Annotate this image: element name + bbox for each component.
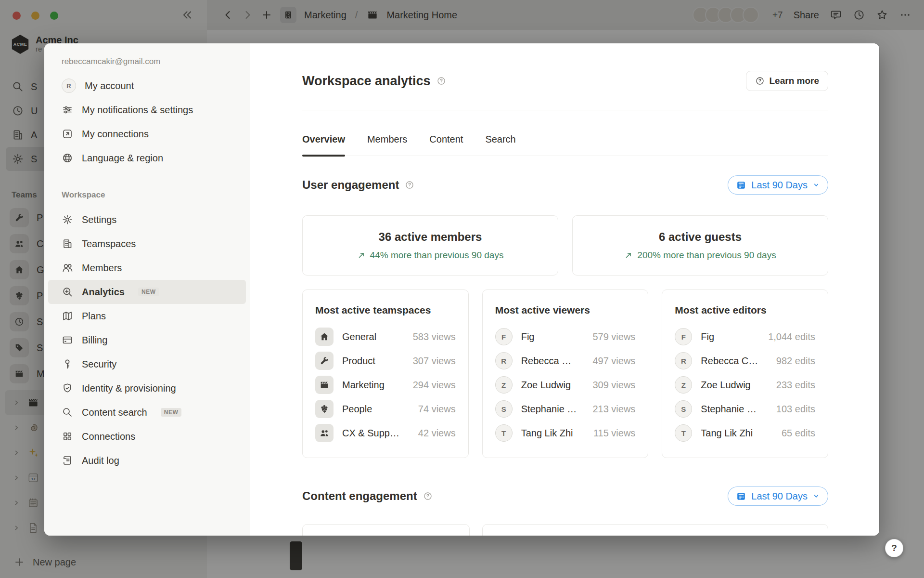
edit-count: 982 edits [776, 355, 815, 367]
list-item[interactable]: S Stephanie … 103 edits [675, 397, 815, 421]
trend-up-icon [624, 251, 633, 260]
date-range-selector[interactable]: Last 90 Days [728, 486, 828, 506]
stat-cards: 36 active members 44% more than previous… [302, 215, 828, 276]
tab-overview[interactable]: Overview [302, 134, 345, 156]
user-avatar: R [62, 79, 76, 93]
notion-window: ACME Acme Inc re S U A S Te [0, 0, 924, 578]
section-title-user-engagement: User engagement [302, 178, 399, 192]
avatar: Z [495, 376, 513, 394]
scroll-icon [62, 455, 73, 466]
avatar: T [495, 424, 513, 442]
settings-item-my-connections[interactable]: My connections [48, 122, 246, 146]
trend-up-icon [357, 251, 366, 260]
workspace-section: Settings Teamspaces Members Analytics NE… [44, 208, 250, 473]
teamspace-name: Marketing [342, 380, 404, 391]
learn-more-button[interactable]: Learn more [746, 71, 828, 91]
avatar: F [675, 328, 692, 345]
list-item[interactable]: F Fig 1,044 edits [675, 325, 815, 349]
most-active-viewers-card: Most active viewers F Fig 579 views R Re… [482, 289, 649, 458]
map-icon [62, 310, 73, 322]
sliders-icon [62, 104, 73, 116]
settings-item-members[interactable]: Members [48, 256, 246, 280]
view-count: 583 views [413, 331, 456, 342]
user-name: Stephanie … [701, 404, 768, 415]
user-name: Rebecca C… [701, 355, 768, 367]
list-item[interactable]: Marketing 294 views [315, 373, 456, 397]
content-engagement-cards [302, 524, 828, 536]
stat-delta-text: 200% more than previous 90 days [637, 250, 776, 261]
settings-item-settings[interactable]: Settings [48, 208, 246, 232]
list-item[interactable]: Product 307 views [315, 349, 456, 373]
credit-card-icon [62, 334, 73, 346]
avatar: R [495, 352, 513, 369]
user-name: Stephanie … [521, 404, 584, 415]
list-item[interactable]: People 74 views [315, 397, 456, 421]
people-icon [315, 424, 334, 442]
settings-item-connections[interactable]: Connections [48, 424, 246, 448]
user-name: Fig [701, 331, 759, 342]
settings-item-plans[interactable]: Plans [48, 304, 246, 328]
help-button[interactable]: ? [885, 539, 903, 557]
view-count: 115 views [593, 428, 635, 439]
settings-item-analytics[interactable]: Analytics NEW [48, 280, 246, 304]
teamspace-name: Product [342, 355, 404, 367]
list-item[interactable]: R Rebecca C… 982 edits [675, 349, 815, 373]
settings-item-identity[interactable]: Identity & provisioning [48, 376, 246, 400]
user-name: Rebecca … [521, 355, 584, 367]
wrench-icon [315, 352, 334, 370]
shield-check-icon [62, 382, 73, 394]
house-icon [315, 328, 334, 346]
list-item[interactable]: Z Zoe Ludwig 233 edits [675, 373, 815, 397]
key-icon [62, 358, 73, 370]
avatar: F [495, 328, 513, 345]
stat-headline: 6 active guests [659, 230, 742, 244]
view-count: 213 views [592, 404, 635, 415]
clapper-icon [315, 376, 334, 394]
settings-item-teamspaces[interactable]: Teamspaces [48, 232, 246, 256]
list-item[interactable]: R Rebecca … 497 views [495, 349, 636, 373]
list-item[interactable]: S Stephanie … 213 views [495, 397, 636, 421]
list-item[interactable]: T Tang Lik Zhi 115 views [495, 421, 636, 445]
help-question-icon[interactable] [423, 491, 433, 501]
list-item[interactable]: General 583 views [315, 325, 456, 349]
view-count: 307 views [413, 355, 456, 367]
teamspace-name: People [342, 404, 410, 415]
new-badge: NEW [161, 408, 182, 417]
tab-content[interactable]: Content [429, 134, 463, 156]
settings-item-content-search[interactable]: Content search NEW [48, 400, 246, 424]
analytics-magnifier-icon [62, 286, 73, 298]
settings-modal: rebeccamcakir@gmail.com R My account My … [44, 43, 879, 536]
people-icon [62, 262, 73, 274]
settings-item-security[interactable]: Security [48, 352, 246, 376]
grid-icon [62, 431, 73, 442]
card-title: Most active editors [675, 304, 815, 316]
globe-icon [62, 152, 73, 164]
help-question-icon[interactable] [436, 76, 446, 86]
user-name: Zoe Ludwig [701, 380, 768, 391]
new-badge: NEW [138, 288, 159, 296]
tab-search[interactable]: Search [485, 134, 515, 156]
chevron-down-icon [812, 181, 820, 189]
settings-item-billing[interactable]: Billing [48, 328, 246, 352]
settings-item-language[interactable]: Language & region [48, 146, 246, 170]
settings-item-audit-log[interactable]: Audit log [48, 448, 246, 473]
list-item[interactable]: CX & Supp… 42 views [315, 421, 456, 445]
list-item[interactable]: F Fig 579 views [495, 325, 636, 349]
building-icon [62, 238, 73, 250]
active-members-card: 36 active members 44% more than previous… [302, 215, 558, 276]
settings-item-notifications[interactable]: My notifications & settings [48, 98, 246, 122]
avatar: S [495, 400, 513, 418]
settings-item-my-account[interactable]: R My account [48, 74, 246, 98]
list-item[interactable]: T Tang Lik Zhi 65 edits [675, 421, 815, 445]
edit-count: 103 edits [776, 404, 815, 415]
card-title: Most active teamspaces [315, 304, 456, 316]
teamspace-name: CX & Supp… [342, 428, 410, 439]
date-range-selector[interactable]: Last 90 Days [728, 175, 828, 195]
user-name: Tang Lik Zhi [701, 428, 773, 439]
page-title: Workspace analytics [302, 74, 431, 89]
list-item[interactable]: Z Zoe Ludwig 309 views [495, 373, 636, 397]
help-question-icon[interactable] [405, 180, 414, 190]
avatar: R [675, 352, 692, 369]
partial-card [482, 524, 828, 536]
tab-members[interactable]: Members [367, 134, 407, 156]
